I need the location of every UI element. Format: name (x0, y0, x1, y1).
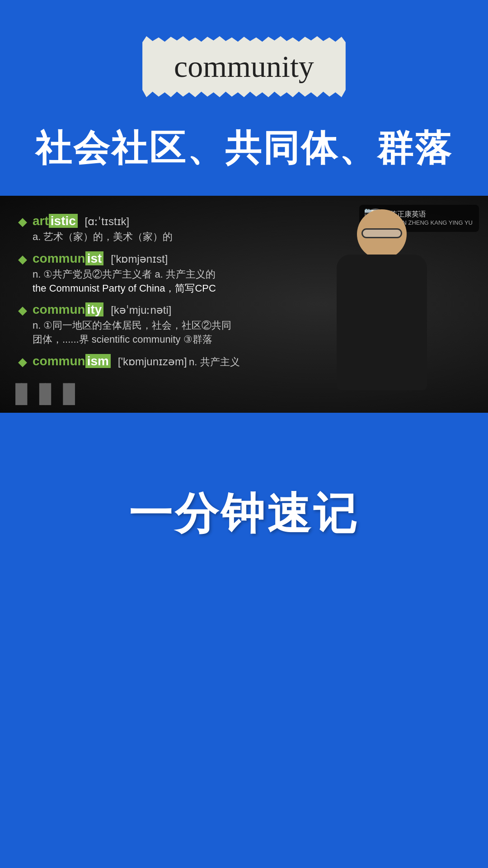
cpc-note: the Communist Party of China，简写CPC (33, 283, 216, 294)
word-highlight-ism: ism (85, 354, 111, 368)
top-section: community 社会社区、共同体、群落 (0, 0, 488, 196)
torn-paper-card: community (142, 36, 346, 97)
def-artistic: a. 艺术（家）的，美术（家）的 (33, 230, 271, 244)
dict-entry-communist: ◆ communist ['kɒmjənɪst] n. ①共产党员②共产主义者 … (18, 251, 271, 296)
dict-entry-community: ◆ community [kəˈmjuːnəti] n. ①同一地区的全体居民，… (18, 302, 271, 347)
phonetic-communism: ['kɒmjunɪzəm] (118, 355, 187, 368)
entry-content-community: community [kəˈmjuːnəti] n. ①同一地区的全体居民，社会… (33, 302, 271, 347)
entry-word-communism: communism (33, 354, 114, 368)
person-head (357, 209, 407, 259)
word-normal-commun: commun (33, 251, 85, 265)
entry-content-communism: communism ['kɒmjunɪzəm] n. 共产主义 (33, 354, 271, 369)
speed-memo-text: 一分钟速记 (129, 485, 359, 544)
bullet-icon: ◆ (18, 215, 27, 229)
dict-entry-artistic: ◆ artistic [ɑːˈtɪstɪk] a. 艺术（家）的，美术（家）的 (18, 214, 271, 244)
dict-entry-communism: ◆ communism ['kɒmjunɪzəm] n. 共产主义 (18, 354, 271, 369)
word-normal-art: art (33, 214, 49, 228)
def-communism: n. 共产主义 (189, 356, 239, 368)
bullet-icon-2: ◆ (18, 252, 27, 266)
entry-word-community: community (33, 302, 107, 316)
word-highlight-ist: ist (85, 251, 104, 265)
person-figure (312, 209, 452, 404)
person-body (337, 255, 427, 390)
def-community: n. ①同一地区的全体居民，社会，社区②共同团体，......界 scienti… (33, 319, 271, 347)
entry-content-communist: communist ['kɒmjənɪst] n. ①共产党员②共产主义者 a.… (33, 251, 271, 296)
bullet-icon-4: ◆ (18, 355, 27, 369)
word-normal-commun2: commun (33, 302, 85, 316)
def-communist: n. ①共产党员②共产主义者 a. 共产主义的 the Communist Pa… (33, 268, 271, 296)
phonetic-communist: ['kɒmjənɪst] (111, 253, 168, 265)
word-highlight-ity: ity (85, 302, 104, 316)
dictionary-content: ◆ artistic [ɑːˈtɪstɪk] a. 艺术（家）的，美术（家）的 … (14, 209, 276, 381)
entry-word-communist: communist (33, 251, 107, 265)
barcode-icon: ▐▌▐▌▐▌ (9, 383, 80, 404)
main-word: community (174, 49, 314, 84)
word-highlight-istic: istic (49, 214, 78, 228)
bullet-icon-3: ◆ (18, 303, 27, 317)
bottom-section: 一分钟速记 (0, 413, 488, 544)
chinese-translation: 社会社区、共同体、群落 (35, 124, 453, 173)
word-normal-commun3: commun (33, 354, 85, 368)
video-section: CZK 陈正康英语 CHEN ZHENG KANG YING YU 📷 ◆ ar… (0, 196, 488, 413)
entry-word-artistic: artistic (33, 214, 81, 228)
video-background: CZK 陈正康英语 CHEN ZHENG KANG YING YU 📷 ◆ ar… (0, 196, 488, 413)
phonetic-artistic: [ɑːˈtɪstɪk] (85, 215, 130, 227)
phonetic-community: [kəˈmjuːnəti] (111, 304, 171, 316)
entry-content-artistic: artistic [ɑːˈtɪstɪk] a. 艺术（家）的，美术（家）的 (33, 214, 271, 244)
person-glasses (361, 228, 402, 238)
